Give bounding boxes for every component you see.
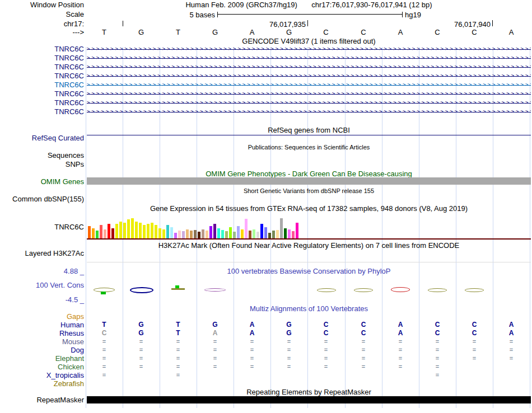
repeatmasker-bar[interactable] [87,396,531,403]
gencode-transcript[interactable]: >>>>>>>>>>>>>>>>>>>>>>>>>>>>>>>>>>>>>>>>… [87,81,531,89]
gencode-transcript[interactable]: >>>>>>>>>>>>>>>>>>>>>>>>>>>>>>>>>>>>>>>>… [87,108,531,116]
omim-gene-bar[interactable] [87,177,531,185]
gtex-tissue-bar[interactable] [245,219,248,238]
gencode-transcript[interactable]: >>>>>>>>>>>>>>>>>>>>>>>>>>>>>>>>>>>>>>>>… [87,90,531,98]
h3k27ac-track-title: H3K27Ac Mark (Often Found Near Active Re… [87,242,531,249]
gencode-transcript[interactable]: >>>>>>>>>>>>>>>>>>>>>>>>>>>>>>>>>>>>>>>>… [87,72,531,80]
species-label[interactable]: Chicken [0,363,84,370]
gtex-tissue-bar[interactable] [206,231,208,238]
phylop-track-label[interactable]: 100 Vert. Cons [0,281,84,289]
gtex-tissue-bar[interactable] [155,225,157,238]
gencode-transcript[interactable]: >>>>>>>>>>>>>>>>>>>>>>>>>>>>>>>>>>>>>>>>… [87,45,531,53]
gtex-tissue-bar[interactable] [221,230,224,238]
gtex-tissue-bar[interactable] [139,223,142,238]
gtex-tissue-bar[interactable] [249,231,251,238]
dbsnp-track-label[interactable]: Common dbSNP(155) [0,195,84,203]
gtex-tissue-bar[interactable] [280,218,283,238]
gtex-tissue-bar[interactable] [178,231,181,238]
gtex-tissue-bar[interactable] [170,227,173,238]
gtex-tissue-bar[interactable] [213,224,216,238]
species-label[interactable]: Gaps [0,313,84,320]
gtex-tissue-bar[interactable] [143,225,146,238]
coordinate-tick [307,20,308,26]
gtex-tissue-bar[interactable] [119,222,122,238]
gtex-tissue-bar[interactable] [182,231,185,238]
gtex-tissue-bar[interactable] [194,230,197,238]
gencode-transcript-label[interactable]: TNRC6C [0,99,84,106]
omim-track-label[interactable]: OMIM Genes [0,178,84,185]
gencode-transcript[interactable]: >>>>>>>>>>>>>>>>>>>>>>>>>>>>>>>>>>>>>>>>… [87,63,531,71]
gtex-tissue-bar[interactable] [202,229,204,238]
gtex-tissue-bar[interactable] [131,218,134,238]
gtex-tissue-bar[interactable] [127,219,130,238]
alignment-base: A [493,330,530,337]
refseq-curated-label[interactable]: RefSeq Curated [0,134,84,142]
gtex-tissue-bar[interactable] [100,225,102,238]
gtex-tissue-bar[interactable] [233,232,236,238]
gtex-tissue-bar[interactable] [151,223,153,238]
gencode-transcript-label[interactable]: TNRC6C [0,54,84,62]
sequences-track-label[interactable]: Sequences [0,152,84,159]
gtex-tissue-bar[interactable] [296,223,298,238]
species-label[interactable]: Dog [0,346,84,354]
species-label[interactable]: X_tropicalis [0,372,84,379]
gtex-tissue-bar[interactable] [288,229,291,238]
gtex-tissue-bar[interactable] [147,224,150,238]
gtex-tissue-bar[interactable] [260,224,263,238]
refseq-curated-item[interactable] [87,135,531,135]
gtex-tissue-bar[interactable] [158,228,161,238]
gtex-tissue-bar[interactable] [111,228,114,238]
gtex-tissue-bar[interactable] [217,228,220,238]
gtex-tissue-bar[interactable] [135,222,138,238]
gencode-transcript[interactable]: >>>>>>>>>>>>>>>>>>>>>>>>>>>>>>>>>>>>>>>>… [87,99,531,107]
gtex-tissue-bar[interactable] [253,229,255,238]
gencode-transcript-label[interactable]: TNRC6C [0,90,84,97]
species-label[interactable]: Mouse [0,338,84,345]
gtex-tissue-bar[interactable] [237,226,240,238]
gtex-tissue-bar[interactable] [268,233,271,238]
gtex-gene-label[interactable]: TNRC6C [0,223,84,231]
alignment-gap-mark: = [160,363,197,370]
gtex-tissue-bar[interactable] [186,229,189,238]
gtex-tissue-bar[interactable] [88,226,91,238]
gtex-tissue-bar[interactable] [209,226,212,238]
repeatmasker-track-label[interactable]: RepeatMasker [0,396,84,403]
scale-label: Scale [0,11,84,18]
gtex-tissue-bar[interactable] [96,231,99,238]
gtex-tissue-bar[interactable] [198,232,200,238]
h3k27ac-track-label[interactable]: Layered H3K27Ac [0,250,84,257]
gtex-tissue-bar[interactable] [190,231,193,238]
gtex-tissue-bar[interactable] [174,233,177,238]
gtex-tissue-bar[interactable] [272,231,275,238]
gtex-tissue-bar[interactable] [276,230,279,238]
gtex-tissue-bar[interactable] [284,228,287,238]
gtex-tissue-bar[interactable] [104,229,106,238]
gencode-transcript-label[interactable]: TNRC6C [0,72,84,79]
window-position-label: Window Position [0,1,84,8]
gencode-transcript-label[interactable]: TNRC6C [0,63,84,71]
gtex-tissue-bar[interactable] [162,229,165,238]
snps-track-label[interactable]: SNPs [0,161,84,168]
gtex-tissue-bar[interactable] [229,227,232,238]
gtex-tissue-bar[interactable] [264,227,267,238]
gtex-tissue-bar[interactable] [115,224,118,238]
gencode-transcript-label[interactable]: TNRC6C [0,45,84,53]
gencode-transcript-label[interactable]: TNRC6C [0,81,84,88]
gtex-tissue-bar[interactable] [225,231,228,238]
window-position-value: Human Feb. 2009 (GRCh37/hg19) chr17:76,0… [87,1,531,8]
gtex-tissue-bar[interactable] [108,224,110,238]
gencode-transcript-label[interactable]: TNRC6C [0,108,84,115]
species-label[interactable]: Zebrafish [0,380,84,387]
gtex-tissue-bar[interactable] [166,225,169,238]
gtex-tissue-bar[interactable] [256,232,259,238]
gtex-tissue-bar[interactable] [292,231,295,238]
species-label[interactable]: Human [0,321,84,328]
gtex-tissue-bar[interactable] [241,229,244,238]
alignment-base: C [456,321,493,328]
alignment-base: A [234,330,270,337]
gtex-tissue-bar[interactable] [123,223,126,238]
gencode-transcript[interactable]: >>>>>>>>>>>>>>>>>>>>>>>>>>>>>>>>>>>>>>>>… [87,54,531,62]
gtex-tissue-bar[interactable] [92,228,95,238]
species-label[interactable]: Rhesus [0,330,84,337]
species-label[interactable]: Elephant [0,355,84,362]
